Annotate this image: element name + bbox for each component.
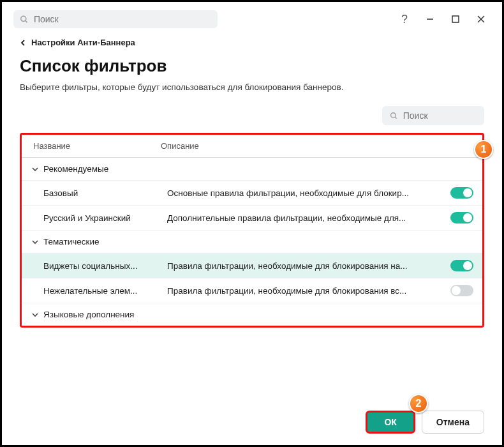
header-desc: Описание bbox=[161, 141, 433, 151]
toggle-basic[interactable] bbox=[450, 187, 473, 199]
svg-line-1 bbox=[26, 20, 27, 22]
filter-row-ru-ua[interactable]: Русский и Украинский Дополнительные прав… bbox=[22, 206, 482, 231]
filter-desc: Правила фильтрации, необходимые для блок… bbox=[167, 286, 450, 296]
header-name: Название bbox=[33, 141, 161, 151]
toggle-unwanted[interactable] bbox=[450, 285, 473, 296]
toggle-social[interactable] bbox=[450, 260, 473, 271]
table-header: Название Описание bbox=[22, 135, 482, 158]
filter-search-input[interactable] bbox=[403, 110, 477, 121]
filter-table: Название Описание Рекомендуемые Базовый … bbox=[20, 133, 484, 328]
top-search-input[interactable] bbox=[34, 14, 211, 24]
filter-name: Виджеты социальных... bbox=[43, 261, 167, 271]
breadcrumb-label: Настройки Анти-Баннера bbox=[31, 38, 135, 47]
filter-row-social[interactable]: Виджеты социальных... Правила фильтрации… bbox=[22, 254, 482, 278]
page-title: Список фильтров bbox=[20, 56, 484, 76]
chevron-left-icon bbox=[20, 40, 26, 46]
group-thematic[interactable]: Тематические bbox=[22, 231, 482, 254]
maximize-icon bbox=[451, 15, 460, 24]
filter-row-basic[interactable]: Базовый Основные правила фильтрации, нео… bbox=[22, 181, 482, 206]
group-label: Тематические bbox=[43, 237, 473, 246]
filter-name: Базовый bbox=[43, 188, 167, 198]
search-icon bbox=[20, 15, 29, 24]
annotation-2: 2 bbox=[409, 394, 428, 413]
filter-desc: Основные правила фильтрации, необходимые… bbox=[167, 188, 450, 198]
filter-name: Нежелательные элем... bbox=[43, 286, 167, 296]
cancel-button[interactable]: Отмена bbox=[422, 411, 484, 434]
svg-point-0 bbox=[21, 16, 26, 21]
page-subtitle: Выберите фильтры, которые будут использо… bbox=[20, 82, 484, 92]
filter-desc: Дополнительные правила фильтрации, необх… bbox=[167, 213, 450, 223]
svg-line-7 bbox=[395, 117, 397, 119]
filter-desc: Правила фильтрации, необходимые для блок… bbox=[167, 261, 450, 271]
maximize-button[interactable] bbox=[446, 10, 465, 29]
top-search[interactable] bbox=[13, 10, 218, 28]
group-recommended[interactable]: Рекомендуемые bbox=[22, 158, 482, 181]
annotation-1: 1 bbox=[474, 140, 493, 159]
toggle-ru-ua[interactable] bbox=[450, 212, 473, 224]
breadcrumb[interactable]: Настройки Анти-Баннера bbox=[20, 38, 484, 47]
filter-row-unwanted[interactable]: Нежелательные элем... Правила фильтрации… bbox=[22, 278, 482, 303]
chevron-down-icon bbox=[32, 312, 38, 318]
help-button[interactable]: ? bbox=[395, 10, 414, 29]
group-label: Языковые дополнения bbox=[43, 310, 473, 319]
close-button[interactable] bbox=[471, 10, 491, 29]
group-language[interactable]: Языковые дополнения bbox=[22, 303, 482, 326]
chevron-down-icon bbox=[32, 166, 38, 172]
minimize-icon bbox=[426, 15, 434, 24]
svg-rect-3 bbox=[452, 16, 459, 22]
search-icon bbox=[390, 111, 398, 121]
minimize-button[interactable] bbox=[420, 10, 440, 29]
close-icon bbox=[477, 15, 485, 24]
chevron-down-icon bbox=[32, 239, 38, 245]
help-icon: ? bbox=[401, 13, 408, 26]
svg-point-6 bbox=[391, 112, 396, 117]
group-label: Рекомендуемые bbox=[43, 164, 473, 174]
filter-search[interactable] bbox=[382, 106, 484, 125]
filter-name: Русский и Украинский bbox=[43, 213, 167, 223]
ok-button[interactable]: ОК bbox=[366, 411, 415, 434]
